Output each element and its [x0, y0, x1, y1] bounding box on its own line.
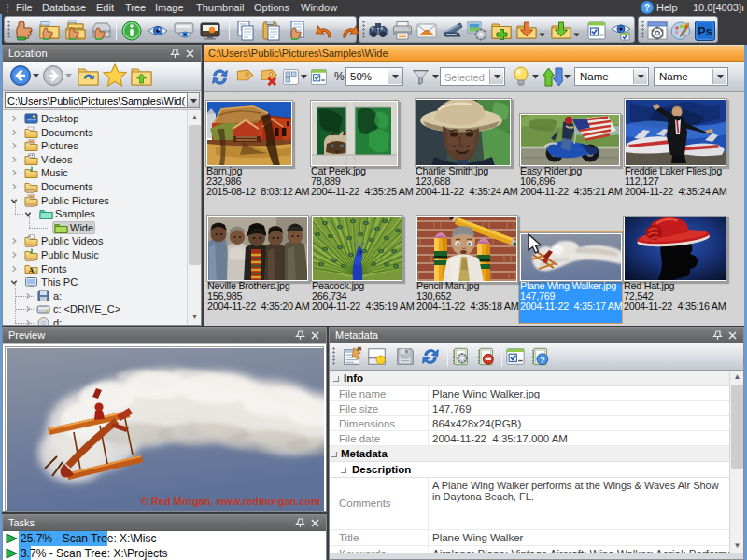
svg-text:?: ? [540, 356, 544, 365]
svg-text:?: ? [644, 3, 650, 13]
svg-text:A: A [28, 266, 35, 275]
svg-text:Ps: Ps [698, 25, 712, 38]
svg-text:© Red Morgan, www.redmorgan.co: © Red Morgan, www.redmorgan.com [141, 496, 320, 507]
